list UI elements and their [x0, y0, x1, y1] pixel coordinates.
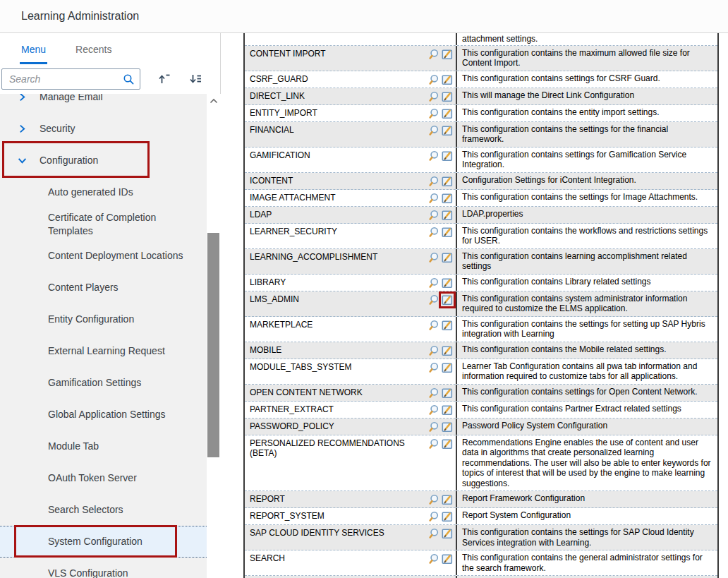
view-icon[interactable]: [428, 294, 439, 306]
chevron-right-icon[interactable]: [18, 94, 28, 102]
sidebar-item-module-tab[interactable]: Module Tab: [0, 431, 207, 462]
sidebar-item-content-players[interactable]: Content Players: [0, 272, 207, 303]
view-icon[interactable]: [428, 176, 439, 187]
config-description: attachment settings.: [457, 33, 717, 45]
edit-icon[interactable]: [442, 74, 453, 85]
sidebar-scrollbar[interactable]: [207, 94, 221, 578]
edit-icon[interactable]: [442, 210, 453, 221]
view-icon[interactable]: [428, 528, 439, 539]
view-icon[interactable]: [428, 277, 439, 289]
view-icon[interactable]: [428, 404, 439, 416]
view-icon[interactable]: [428, 421, 439, 433]
view-icon[interactable]: [428, 362, 439, 373]
view-icon[interactable]: [428, 345, 439, 356]
view-icon[interactable]: [428, 553, 439, 565]
edit-icon[interactable]: [442, 362, 453, 373]
sidebar-item-label: System Configuration: [48, 535, 148, 548]
config-name: MODULE_TABS_SYSTEM: [250, 361, 351, 373]
search-icon[interactable]: [123, 73, 135, 88]
chevron-right-icon[interactable]: [18, 124, 28, 133]
edit-icon[interactable]: [442, 150, 453, 162]
sidebar-item-certificate-of-completion-templates[interactable]: Certificate of Completion Templates: [0, 208, 207, 240]
edit-icon[interactable]: [442, 91, 453, 102]
sidebar-item-gamification-settings[interactable]: Gamification Settings: [0, 367, 207, 399]
sidebar-item-oauth-token-server[interactable]: OAuth Token Server: [0, 462, 207, 494]
search-input[interactable]: [2, 69, 140, 89]
view-icon[interactable]: [428, 511, 439, 522]
view-icon[interactable]: [428, 387, 439, 399]
view-icon[interactable]: [428, 193, 439, 204]
edit-icon[interactable]: [442, 49, 453, 60]
sidebar-item-security[interactable]: Security: [0, 113, 207, 145]
scroll-up-icon[interactable]: [207, 94, 221, 104]
row-actions: [428, 294, 453, 306]
config-name: LMS_ADMIN: [250, 294, 299, 305]
scrollbar-thumb[interactable]: [207, 233, 219, 457]
row-actions: [428, 277, 453, 289]
config-description: This configuration contains the Mobile r…: [457, 342, 717, 359]
view-icon[interactable]: [428, 74, 439, 85]
sidebar-item-search-selectors[interactable]: Search Selectors: [0, 494, 207, 526]
sidebar-item-auto-generated-ids[interactable]: Auto generated IDs: [0, 176, 207, 208]
view-icon[interactable]: [428, 210, 439, 221]
edit-icon[interactable]: [442, 438, 453, 450]
edit-icon[interactable]: [442, 320, 453, 331]
edit-icon[interactable]: [442, 494, 453, 505]
row-actions: [428, 320, 453, 331]
sidebar-item-system-configuration[interactable]: System Configuration: [0, 526, 207, 558]
sidebar-item-label: Security: [40, 122, 81, 135]
config-name: CSRF_GUARD: [250, 73, 308, 85]
row-actions: [428, 108, 453, 119]
table-row-entity-import: ENTITY_IMPORT This configuration contain…: [245, 105, 717, 122]
edit-icon[interactable]: [442, 277, 453, 289]
collapse-all-icon[interactable]: [157, 72, 171, 86]
edit-icon[interactable]: [442, 193, 453, 204]
config-description: This will manage the Direct Link Configu…: [457, 88, 717, 104]
edit-icon[interactable]: [442, 345, 453, 356]
row-actions: [428, 91, 453, 102]
edit-icon[interactable]: [442, 511, 453, 522]
edit-icon[interactable]: [442, 252, 453, 263]
config-description: Recommendations Engine enables the use o…: [457, 435, 717, 491]
row-actions: [428, 362, 453, 373]
edit-icon[interactable]: [442, 404, 453, 416]
lms-admin-edit-icon[interactable]: [442, 294, 453, 306]
view-icon[interactable]: [428, 227, 439, 238]
view-icon[interactable]: [428, 91, 439, 102]
edit-icon[interactable]: [442, 227, 453, 238]
edit-icon[interactable]: [442, 421, 453, 433]
tab-menu[interactable]: Menu: [20, 44, 47, 64]
sidebar-item-content-deployment-locations[interactable]: Content Deployment Locations: [0, 240, 207, 272]
sidebar-item-global-application-settings[interactable]: Global Application Settings: [0, 399, 207, 431]
config-name-cell: SEARCH: [245, 550, 457, 575]
sidebar-item-entity-configuration[interactable]: Entity Configuration: [0, 303, 207, 335]
chevron-down-icon[interactable]: [18, 156, 28, 165]
view-icon[interactable]: [428, 125, 439, 136]
tab-recents[interactable]: Recents: [74, 44, 113, 64]
edit-icon[interactable]: [442, 387, 453, 399]
edit-icon[interactable]: [442, 553, 453, 565]
view-icon[interactable]: [428, 320, 439, 331]
sidebar-item-label: Entity Configuration: [48, 313, 140, 325]
row-actions: [428, 345, 453, 356]
sidebar-item-label: Configuration: [40, 154, 104, 167]
view-icon[interactable]: [428, 438, 439, 450]
edit-icon[interactable]: [442, 108, 453, 119]
sidebar-item-vls-configuration[interactable]: VLS Configuration: [0, 558, 207, 578]
sidebar-item-manage-email[interactable]: Manage Email: [0, 94, 207, 113]
edit-icon[interactable]: [442, 528, 453, 539]
view-icon[interactable]: [428, 108, 439, 119]
view-icon[interactable]: [428, 494, 439, 505]
config-name-cell: LIBRARY: [245, 275, 457, 291]
view-icon[interactable]: [428, 49, 439, 60]
edit-icon[interactable]: [442, 176, 453, 187]
edit-icon[interactable]: [442, 125, 453, 136]
view-icon[interactable]: [428, 150, 439, 162]
expand-all-icon[interactable]: [188, 72, 202, 86]
sidebar-item-external-learning-request[interactable]: External Learning Request: [0, 335, 207, 367]
config-name-cell: OPEN CONTENT NETWORK: [245, 385, 457, 401]
table-row-partner-extract: PARTNER_EXTRACT This configuration conta…: [245, 402, 717, 419]
table-row-search: SEARCH This configuration contains the g…: [245, 550, 717, 576]
sidebar-item-configuration[interactable]: Configuration: [0, 145, 207, 176]
view-icon[interactable]: [428, 252, 439, 263]
